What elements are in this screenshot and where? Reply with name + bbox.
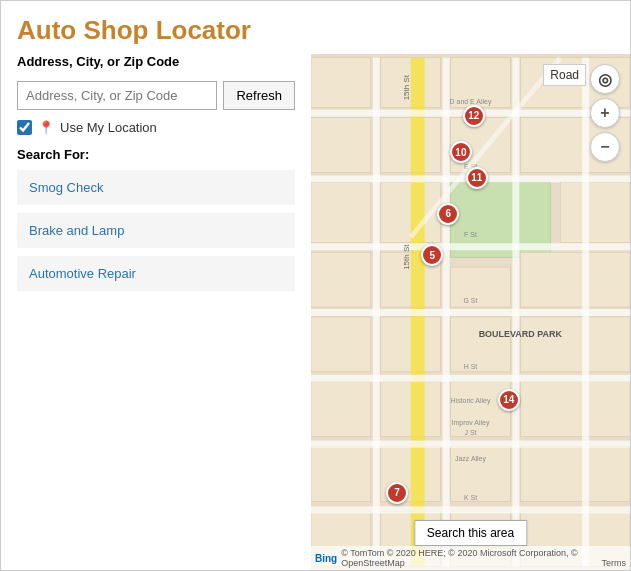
svg-rect-44 (582, 58, 589, 566)
svg-text:15th St: 15th St (402, 74, 411, 100)
svg-rect-24 (520, 382, 630, 437)
svg-text:Jazz Alley: Jazz Alley (455, 455, 487, 463)
map-svg: 15th St 15th St D and E Alley E St F St … (311, 54, 630, 570)
svg-text:BOULEVARD PARK: BOULEVARD PARK (479, 329, 563, 339)
svg-rect-15 (451, 267, 511, 307)
right-panel: 15th St 15th St D and E Alley E St F St … (311, 54, 630, 570)
map-controls: ◎ + − (590, 64, 620, 162)
bing-logo: Bing (315, 553, 337, 564)
map-marker-7[interactable]: 7 (386, 482, 408, 504)
search-area-button[interactable]: Search this area (414, 520, 527, 546)
location-pin-icon: 📍 (38, 120, 54, 135)
svg-rect-17 (311, 317, 371, 372)
search-item-smog-check[interactable]: Smog Check (17, 170, 295, 205)
svg-rect-16 (520, 252, 630, 307)
svg-rect-10 (311, 182, 371, 242)
left-panel: Address, City, or Zip Code Refresh 📍 Use… (1, 54, 311, 570)
bing-footer: Bing © TomTom © 2020 HERE; © 2020 Micros… (311, 546, 630, 570)
svg-rect-41 (373, 58, 380, 566)
location-row: 📍 Use My Location (17, 120, 295, 135)
map-marker-5[interactable]: 5 (421, 244, 443, 266)
use-location-checkbox[interactable] (17, 120, 32, 135)
svg-rect-20 (520, 317, 630, 372)
map-marker-6[interactable]: 6 (437, 203, 459, 225)
svg-rect-19 (451, 317, 511, 372)
svg-text:F St: F St (464, 231, 477, 238)
svg-rect-21 (311, 382, 371, 437)
svg-text:Historic Alley: Historic Alley (451, 397, 491, 405)
svg-text:J St: J St (464, 429, 476, 436)
zoom-out-button[interactable]: − (590, 132, 620, 162)
map-marker-11[interactable]: 11 (466, 167, 488, 189)
map-container: 15th St 15th St D and E Alley E St F St … (311, 54, 630, 570)
map-marker-14[interactable]: 14 (498, 389, 520, 411)
map-marker-12[interactable]: 12 (463, 105, 485, 127)
app-container: Auto Shop Locator Address, City, or Zip … (0, 0, 631, 571)
bing-copyright: © TomTom © 2020 HERE; © 2020 Microsoft C… (341, 548, 626, 568)
svg-rect-12 (560, 182, 630, 242)
address-label: Address, City, or Zip Code (17, 54, 295, 69)
main-content: Address, City, or Zip Code Refresh 📍 Use… (1, 54, 630, 570)
svg-rect-28 (520, 447, 630, 502)
svg-rect-25 (311, 447, 371, 502)
svg-text:Improv Alley: Improv Alley (452, 419, 490, 427)
svg-text:K St: K St (464, 494, 477, 501)
road-label: Road (543, 64, 586, 86)
search-item-automotive-repair[interactable]: Automotive Repair (17, 256, 295, 291)
map-marker-10[interactable]: 10 (450, 141, 472, 163)
search-for-label: Search For: (17, 147, 295, 162)
page-title: Auto Shop Locator (1, 1, 630, 54)
locate-button[interactable]: ◎ (590, 64, 620, 94)
svg-text:H St: H St (464, 363, 478, 370)
svg-rect-1 (311, 58, 371, 108)
svg-rect-42 (443, 58, 450, 566)
svg-rect-43 (512, 58, 519, 566)
use-location-label: Use My Location (60, 120, 157, 135)
address-row: Refresh (17, 81, 295, 110)
svg-text:15th St: 15th St (402, 244, 411, 270)
svg-text:G St: G St (464, 297, 478, 304)
search-item-brake-and-lamp[interactable]: Brake and Lamp (17, 213, 295, 248)
terms-link[interactable]: Terms (602, 558, 627, 568)
svg-rect-13 (311, 252, 371, 307)
svg-rect-5 (311, 118, 371, 173)
address-input[interactable] (17, 81, 217, 110)
zoom-in-button[interactable]: + (590, 98, 620, 128)
refresh-button[interactable]: Refresh (223, 81, 295, 110)
